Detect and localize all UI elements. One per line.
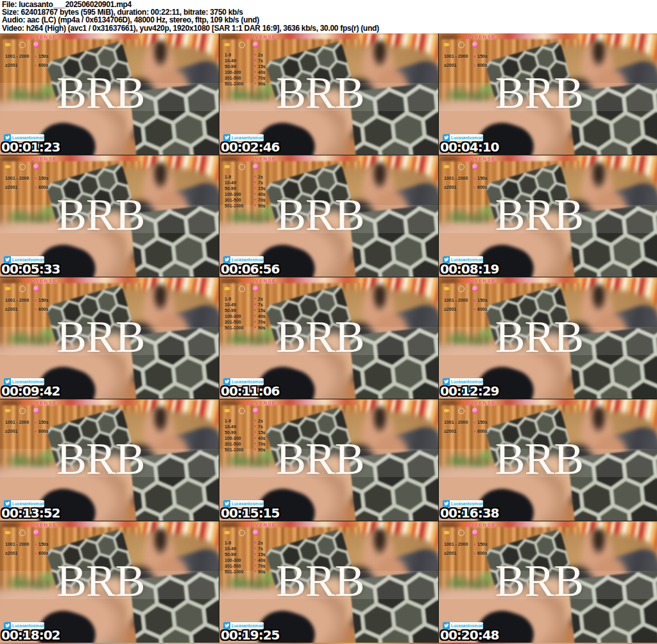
- video-frame-thumbnail: BRB LOVENSE 1-92s10-497s50-9915s100-3004…: [219, 277, 438, 399]
- clock-icon: [19, 164, 26, 170]
- lovense-icon: [253, 530, 259, 535]
- lovense-icon: [33, 408, 39, 413]
- lovense-brand: LOVENSE: [466, 400, 496, 406]
- clock-icon: [19, 530, 26, 536]
- tip-menu-overlay: LOVENSE 1001 - 2000150s≥2001600s ♥♥: [3, 278, 87, 337]
- clock-icon: [458, 408, 465, 414]
- tip-menu-overlay: LOVENSE 1001 - 2000150s≥2001600s ♥♥: [441, 400, 526, 459]
- video-frame-thumbnail: BRB LOVENSE 1001 - 2000150s≥2001600s ♥♥ …: [0, 33, 219, 155]
- tip-menu-overlay: LOVENSE 1001 - 2000150s≥2001600s ♥♥: [3, 522, 87, 581]
- clock-icon: [458, 286, 465, 292]
- hearts-column: ♥♥♥♥♥♥: [254, 540, 257, 575]
- lovense-icon: [472, 530, 478, 535]
- video-frame-thumbnail: BRB LOVENSE 1-92s10-497s50-9915s100-3004…: [219, 399, 438, 521]
- coin-icon: [444, 408, 450, 413]
- video-line: Video: h264 (High) (avc1 / 0x31637661), …: [2, 24, 655, 32]
- timestamp-overlay: 00:05:33: [1, 261, 60, 277]
- tip-menu-overlay: LOVENSE 1-92s10-497s50-9915s100-30040s30…: [222, 522, 307, 581]
- lovense-brand: LOVENSE: [27, 34, 57, 40]
- video-frame-thumbnail: BRB LOVENSE 1001 - 2000150s≥2001600s ♥♥ …: [439, 155, 657, 277]
- lovense-brand: LOVENSE: [246, 400, 277, 406]
- tip-menu-overlay: LOVENSE 1001 - 2000150s≥2001600s ♥♥: [3, 400, 87, 459]
- coin-icon: [225, 286, 230, 291]
- timestamp-overlay: 00:09:42: [1, 383, 60, 399]
- video-frame-thumbnail: BRB LOVENSE 1001 - 2000150s≥2001600s ♥♥ …: [0, 155, 219, 277]
- lovense-brand: LOVENSE: [466, 522, 496, 528]
- lovense-icon: [253, 408, 259, 413]
- timestamp-overlay: 00:18:02: [1, 627, 60, 643]
- timestamp-overlay: 00:20:48: [440, 627, 499, 643]
- hearts-column: ♥♥: [474, 52, 476, 70]
- timestamp-overlay: 00:06:56: [221, 261, 280, 277]
- metadata-header: File: lucasanto___202506020901.mp4 Size:…: [0, 0, 657, 33]
- video-frame-thumbnail: BRB LOVENSE 1001 - 2000150s≥2001600s ♥♥ …: [0, 277, 219, 399]
- clock-icon: [239, 408, 245, 414]
- hearts-column: ♥♥: [35, 418, 37, 436]
- video-frame-thumbnail: BRB LOVENSE 1001 - 2000150s≥2001600s ♥♥ …: [439, 277, 657, 399]
- hearts-column: ♥♥♥♥♥♥: [254, 296, 257, 331]
- hearts-column: ♥♥♥♥♥♥: [254, 174, 257, 209]
- lovense-icon: [33, 530, 39, 535]
- tip-menu-overlay: LOVENSE 1001 - 2000150s≥2001600s ♥♥: [3, 156, 87, 215]
- tip-menu-overlay: LOVENSE 1001 - 2000150s≥2001600s ♥♥: [441, 34, 526, 93]
- hearts-column: ♥♥: [35, 174, 37, 192]
- clock-icon: [458, 42, 465, 48]
- coin-icon: [225, 408, 230, 413]
- coin-icon: [225, 42, 230, 47]
- hearts-column: ♥♥: [35, 52, 37, 70]
- hearts-column: ♥♥: [474, 296, 476, 314]
- clock-icon: [458, 530, 465, 536]
- video-frame-thumbnail: BRB LOVENSE 1001 - 2000150s≥2001600s ♥♥ …: [439, 33, 657, 155]
- clock-icon: [239, 286, 245, 292]
- clock-icon: [239, 530, 245, 536]
- lovense-brand: LOVENSE: [246, 34, 277, 40]
- lovense-brand: LOVENSE: [27, 400, 57, 406]
- clock-icon: [239, 164, 245, 170]
- clock-icon: [19, 286, 26, 292]
- timestamp-overlay: 00:02:46: [221, 139, 280, 155]
- lovense-brand: LOVENSE: [27, 278, 57, 284]
- timestamp-overlay: 00:15:15: [221, 505, 280, 521]
- lovense-icon: [33, 164, 39, 170]
- thumbnail-grid: BRB LOVENSE 1001 - 2000150s≥2001600s ♥♥ …: [0, 33, 657, 643]
- coin-icon: [444, 42, 450, 47]
- timestamp-overlay: 00:04:10: [440, 139, 499, 155]
- coin-icon: [5, 408, 11, 413]
- lovense-brand: LOVENSE: [466, 156, 496, 162]
- hearts-column: ♥♥: [35, 540, 37, 558]
- tip-menu-overlay: LOVENSE 1001 - 2000150s≥2001600s ♥♥: [3, 34, 87, 93]
- timestamp-overlay: 00:12:29: [440, 383, 499, 399]
- lovense-brand: LOVENSE: [246, 156, 277, 162]
- lovense-icon: [33, 42, 39, 48]
- tip-menu-overlay: LOVENSE 1-92s10-497s50-9915s100-30040s30…: [222, 34, 307, 93]
- coin-icon: [5, 164, 11, 169]
- video-frame-thumbnail: BRB LOVENSE 1-92s10-497s50-9915s100-3004…: [219, 33, 438, 155]
- hearts-column: ♥♥♥♥♥♥: [254, 418, 257, 453]
- audio-line: Audio: aac (LC) (mp4a / 0x6134706D), 480…: [2, 16, 655, 24]
- timestamp-overlay: 00:13:52: [1, 505, 60, 521]
- hearts-column: ♥♥: [474, 540, 476, 558]
- lovense-icon: [472, 164, 478, 170]
- coin-icon: [225, 530, 230, 535]
- timestamp-overlay: 00:08:19: [440, 261, 499, 277]
- lovense-icon: [253, 286, 259, 292]
- coin-icon: [5, 286, 11, 291]
- video-frame-thumbnail: BRB LOVENSE 1001 - 2000150s≥2001600s ♥♥ …: [439, 399, 657, 521]
- coin-icon: [444, 164, 450, 169]
- coin-icon: [5, 42, 11, 47]
- lovense-brand: LOVENSE: [246, 278, 277, 284]
- coin-icon: [5, 530, 11, 535]
- clock-icon: [19, 408, 26, 414]
- lovense-icon: [472, 408, 478, 413]
- lovense-brand: LOVENSE: [246, 522, 277, 528]
- hearts-column: ♥♥: [474, 418, 476, 436]
- clock-icon: [239, 42, 245, 48]
- lovense-icon: [253, 42, 259, 48]
- timestamp-overlay: 00:11:06: [221, 383, 280, 399]
- video-frame-thumbnail: BRB LOVENSE 1001 - 2000150s≥2001600s ♥♥ …: [0, 399, 219, 521]
- lovense-brand: LOVENSE: [27, 156, 57, 162]
- clock-icon: [19, 42, 26, 48]
- tip-menu-overlay: LOVENSE 1001 - 2000150s≥2001600s ♥♥: [441, 522, 526, 581]
- coin-icon: [444, 286, 450, 291]
- lovense-icon: [472, 42, 478, 48]
